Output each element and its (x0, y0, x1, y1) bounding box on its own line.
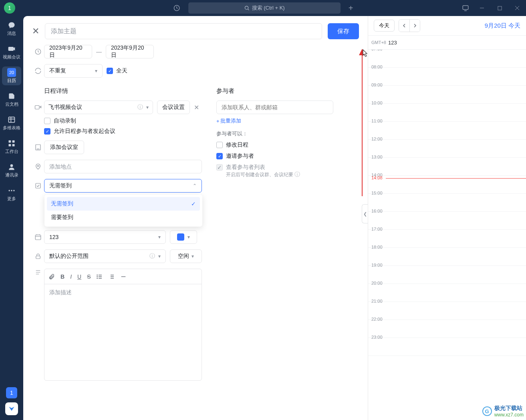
maximize-button[interactable] (495, 6, 504, 10)
app-logo-icon[interactable] (5, 402, 18, 415)
event-title-input[interactable] (45, 23, 322, 39)
hour-label: 20:00 (371, 281, 383, 285)
hour-row[interactable]: 22:00 (368, 320, 526, 338)
sidebar-item-label: 更多 (7, 196, 16, 202)
hour-label: 10:00 (371, 100, 383, 105)
sidebar-item-label: 云文档 (5, 101, 18, 107)
hour-row[interactable]: 13:00 (368, 158, 526, 176)
description-editor[interactable]: B I U S 添加描述 (44, 269, 202, 381)
divider-icon[interactable] (120, 273, 127, 280)
busy-status-select[interactable]: 空闲 ▾ (170, 249, 202, 263)
repeat-select[interactable]: 不重复 ▾ (44, 64, 103, 78)
checkin-option[interactable]: 需要签到 (47, 211, 200, 224)
participant-input[interactable] (216, 100, 333, 114)
hour-row[interactable]: 11:00 (368, 122, 526, 140)
hour-label: 13:00 (371, 155, 383, 159)
hour-row[interactable]: 12:00 (368, 140, 526, 158)
underline-icon[interactable]: U (77, 273, 81, 280)
remove-meeting-icon[interactable]: ✕ (194, 104, 199, 111)
sidebar-item-messages[interactable]: 消息 (2, 19, 21, 38)
hour-row[interactable]: 07:00 (368, 50, 526, 68)
end-date-picker[interactable]: 2023年9月20日 (106, 45, 154, 58)
checkin-option[interactable]: 无需签到 ✓ (47, 197, 200, 211)
hour-label: 11:00 (371, 119, 383, 123)
sidebar-item-label: 消息 (7, 30, 16, 36)
close-button[interactable] (512, 6, 522, 10)
calendar-select[interactable]: 123 ▾ (44, 230, 166, 244)
sidebar-item-workspace[interactable]: 工作台 (2, 137, 21, 156)
sidebar-item-contacts[interactable]: 通讯录 (2, 161, 21, 180)
sidebar-item-docs[interactable]: 云文档 (2, 90, 21, 109)
time-grid[interactable]: 07:0008:0009:0010:0011:0012:0013:0014:00… (368, 50, 526, 420)
screen-share-icon[interactable] (462, 4, 469, 12)
hour-row[interactable]: 21:00 (368, 302, 526, 320)
timezone-label: GMT+8 (371, 40, 386, 45)
minimize-button[interactable] (477, 6, 487, 10)
notification-badge[interactable]: 1 (6, 387, 17, 398)
avatar[interactable]: 1 (4, 2, 15, 14)
hour-row[interactable]: 16:00 (368, 212, 526, 230)
close-icon[interactable]: ✕ (32, 26, 39, 36)
save-button[interactable]: 保存 (328, 23, 359, 39)
visibility-select[interactable]: 默认的公开范围 ⓘ ▾ (44, 249, 166, 263)
prev-day-button[interactable] (399, 20, 409, 32)
more-icon (8, 186, 16, 195)
bold-icon[interactable]: B (60, 273, 64, 280)
checkin-select[interactable]: 无需签到 ⌃ 无需签到 ✓ 需要签到 (44, 179, 202, 193)
sidebar-item-more[interactable]: 更多 (2, 185, 21, 203)
number-list-icon[interactable] (108, 273, 115, 280)
perm-invite-label: 邀请参与者 (226, 153, 254, 160)
italic-icon[interactable]: I (70, 273, 72, 280)
svg-rect-14 (35, 106, 40, 109)
clock-icon (32, 48, 44, 55)
sidebar-item-label: 工作台 (5, 149, 18, 155)
history-icon[interactable] (173, 4, 180, 12)
sidebar: 消息 视频会议 20 日历 云文档 (0, 16, 23, 420)
add-room-button[interactable]: 添加会议室 (44, 141, 84, 154)
color-select[interactable]: ▾ (170, 230, 197, 244)
next-day-button[interactable] (409, 20, 420, 32)
room-icon (32, 144, 44, 151)
hour-row[interactable]: 09:00 (368, 86, 526, 104)
hour-row[interactable]: 17:00 (368, 230, 526, 248)
chevron-down-icon: ▾ (158, 253, 161, 259)
collapse-handle[interactable]: ❮ (362, 204, 368, 223)
bullet-list-icon[interactable] (96, 273, 103, 280)
location-input[interactable] (44, 160, 202, 173)
checkbox-icon (216, 142, 223, 148)
search-input[interactable]: 搜索 (Ctrl + K) (188, 2, 341, 14)
hour-row[interactable]: 20:00 (368, 284, 526, 302)
meeting-settings-button[interactable]: 会议设置 (157, 100, 190, 114)
sidebar-item-video[interactable]: 视频会议 (2, 43, 21, 62)
allow-start-checkbox[interactable]: ✓ 允许日程参与者发起会议 (44, 128, 115, 135)
allday-checkbox[interactable]: ✓ 全天 (107, 67, 127, 74)
description-toolbar: B I U S (44, 269, 202, 284)
meeting-type-select[interactable]: 飞书视频会议 ⓘ ▾ (44, 100, 153, 114)
perm-modify-checkbox[interactable]: 修改日程 (216, 141, 359, 149)
hour-label: 15:00 (371, 191, 383, 195)
watermark: G 极光下载站 www.xz7.com (482, 405, 524, 418)
hour-row[interactable]: 08:00 (368, 68, 526, 86)
new-tab-button[interactable]: + (349, 4, 353, 13)
batch-add-button[interactable]: + 批量添加 (216, 117, 359, 125)
hour-row[interactable]: 10:00 (368, 104, 526, 122)
perm-invite-checkbox[interactable]: ✓ 邀请参与者 (216, 153, 359, 160)
strike-icon[interactable]: S (87, 273, 91, 280)
auto-record-checkbox[interactable]: 自动录制 (44, 117, 76, 125)
hour-row[interactable]: 15:00 (368, 194, 526, 212)
start-date-picker[interactable]: 2023年9月20日 (44, 45, 92, 58)
description-placeholder: 添加描述 (44, 284, 202, 301)
repeat-value: 不重复 (49, 67, 66, 74)
sidebar-item-calendar[interactable]: 20 日历 (2, 66, 21, 85)
description-icon (32, 269, 44, 276)
today-button[interactable]: 今天 (374, 20, 395, 32)
hour-row[interactable]: 19:00 (368, 266, 526, 284)
sidebar-item-base[interactable]: 多维表格 (2, 114, 21, 133)
hour-row[interactable]: 23:00 (368, 338, 526, 356)
hour-row[interactable]: 18:00 (368, 248, 526, 266)
allday-event[interactable]: 123 (368, 35, 526, 50)
hour-label: 17:00 (371, 227, 383, 231)
watermark-brand: 极光下载站 (494, 405, 524, 412)
attachment-icon[interactable] (48, 273, 55, 280)
permissions-label: 参与者可以： (216, 130, 359, 137)
